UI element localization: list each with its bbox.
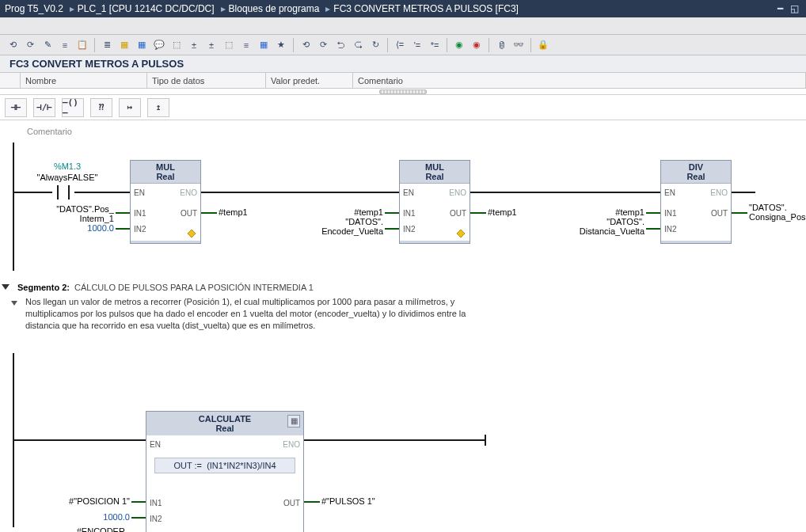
toolbar-button[interactable]: ± <box>203 37 219 53</box>
breadcrumb-item[interactable]: PLC_1 [CPU 1214C DC/DC/DC] <box>78 3 215 14</box>
toolbar-button[interactable]: ⟳ <box>315 37 331 53</box>
lad-btn-coil[interactable]: —()— <box>62 98 84 117</box>
editor-area: Comentario %M1.3 "AlwaysFALSE" MULReal E… <box>0 120 806 532</box>
window-restore-icon[interactable]: ◱ <box>787 3 801 14</box>
port-out: OUT <box>283 499 300 507</box>
power-rail <box>13 142 14 271</box>
add-pin-icon[interactable] <box>188 230 196 238</box>
segment-2-header[interactable]: Segmento 2: CÁLCULO DE PULSOS PARA LA PO… <box>0 279 806 296</box>
operand-address[interactable]: %M1.3 <box>32 162 103 171</box>
breadcrumb-item[interactable]: FC3 CONVERT METROS A PULSOS [FC3] <box>333 3 519 14</box>
segment-label: Segmento 2: <box>17 283 70 292</box>
toolbar-button[interactable]: ▦ <box>256 37 272 53</box>
toolbar-button[interactable]: ✎ <box>40 37 55 53</box>
breadcrumb-item[interactable]: Prog T5_V0.2 <box>5 3 63 14</box>
eno-terminator <box>485 435 486 446</box>
settings-icon[interactable]: ▦ <box>287 415 300 428</box>
operand[interactable]: "DATOS".Pos_ Interm_1 <box>27 204 114 223</box>
toolbar-button[interactable]: 💬 <box>151 37 167 53</box>
segment-title[interactable]: CÁLCULO DE PULSOS PARA LA POSICIÓN INTER… <box>74 283 314 292</box>
operand[interactable]: #temp1 <box>337 207 383 217</box>
box-calculate[interactable]: CALCULATE Real ▦ EN ENO OUT := (IN1*IN2*… <box>146 411 304 532</box>
toolbar-button[interactable]: ⟲ <box>298 37 314 53</box>
segment-2-comment[interactable]: Nos llegan un valor de metros a recorrer… <box>0 296 806 336</box>
toolbar-button[interactable]: ⟲ <box>5 37 21 53</box>
segment-comment-text[interactable]: Nos llegan un valor de metros a recorrer… <box>25 296 469 332</box>
svg-marker-1 <box>457 230 465 238</box>
toolbar-button[interactable]: ▦ <box>134 37 150 53</box>
operand[interactable]: 1000.0 <box>27 223 114 233</box>
operand[interactable]: #temp1 <box>599 207 644 217</box>
port-out: OUT <box>181 209 197 218</box>
toolbar-button[interactable]: ◉ <box>469 37 485 53</box>
toolbar-button[interactable]: ≣ <box>99 37 115 53</box>
operand[interactable]: #temp1 <box>488 207 517 217</box>
iface-col-tipo[interactable]: Tipo de datos <box>147 73 266 88</box>
toolbar-button[interactable]: ★ <box>273 37 289 53</box>
twisty-icon[interactable] <box>11 298 21 307</box>
toolbar-button[interactable]: ≡ <box>57 37 73 53</box>
operand[interactable]: #temp1 <box>219 207 248 217</box>
port-in1: IN1 <box>403 209 416 218</box>
port-eno: ENO <box>283 440 300 449</box>
operand[interactable]: "DATOS". Consigna_Pos1 <box>749 203 806 222</box>
network-2[interactable]: CALCULATE Real ▦ EN ENO OUT := (IN1*IN2*… <box>27 336 806 526</box>
toolbar-button[interactable]: 👓 <box>511 37 527 53</box>
port-en: EN <box>134 188 145 197</box>
port-in2: IN2 <box>403 225 416 234</box>
toolbar-button[interactable]: ⮎ <box>350 37 366 53</box>
iface-col-valor[interactable]: Valor predet. <box>266 73 353 88</box>
port-eno: ENO <box>710 188 728 197</box>
port-in1: IN1 <box>664 209 677 218</box>
toolbar-button[interactable]: 🛢 <box>493 37 509 53</box>
lad-btn-branch[interactable]: ↦ <box>119 98 141 117</box>
port-in2: IN2 <box>134 225 146 234</box>
toolbar-button[interactable]: ↻ <box>367 37 383 53</box>
toolbar-button[interactable]: ≡ <box>238 37 254 53</box>
toolbar-button[interactable]: ⬚ <box>221 37 237 53</box>
operand[interactable]: #ENCODER_ VUELTA <box>43 526 130 532</box>
box-mul-1[interactable]: MULReal EN ENO IN1 OUT IN2 <box>130 160 201 244</box>
toolbar-button[interactable]: ◉ <box>451 37 467 53</box>
operand[interactable]: #"POSICION 1" <box>43 496 130 506</box>
breadcrumb-item[interactable]: Bloques de programa <box>229 3 320 14</box>
main-toolbar: ⟲ ⟳ ✎ ≡ 📋 ≣ ▦ ▦ 💬 ⬚ ± ± ⬚ ≡ ▦ ★ ⟲ ⟳ ⮌ ⮎ … <box>0 35 806 55</box>
network-1[interactable]: %M1.3 "AlwaysFALSE" MULReal EN ENO IN1 O… <box>27 141 806 268</box>
port-en: EN <box>664 188 675 197</box>
lad-btn-contact[interactable]: ⊣⊢ <box>5 98 27 117</box>
interface-expand-col[interactable] <box>0 73 21 88</box>
lad-btn-contact-neg[interactable]: ⊣/⊢ <box>33 98 55 117</box>
toolbar-button[interactable]: ⮌ <box>333 37 348 53</box>
operand[interactable]: #"PULSOS 1" <box>321 496 375 506</box>
operand-symbol[interactable]: "AlwaysFALSE" <box>22 173 112 182</box>
operand[interactable]: "DATOS". Distancia_Vuelta <box>559 217 644 236</box>
iface-col-nombre[interactable]: Nombre <box>21 73 147 88</box>
toolbar-button[interactable]: 📋 <box>74 37 90 53</box>
add-pin-icon[interactable] <box>457 230 465 238</box>
toolbar-button[interactable]: ⟳ <box>22 37 38 53</box>
block-title: FC3 CONVERT METROS A PULSOS <box>0 55 806 73</box>
operand[interactable]: "DATOS". Encoder_Vuelta <box>306 217 383 236</box>
toolbar-button[interactable]: '= <box>409 37 425 53</box>
toolbar-button[interactable]: *= <box>427 37 443 53</box>
toolbar-button[interactable]: ⟨= <box>392 37 408 53</box>
window-min-icon[interactable]: ━ <box>773 3 787 14</box>
toolbar-button[interactable]: ▦ <box>116 37 132 53</box>
twisty-icon[interactable] <box>2 282 13 293</box>
breadcrumb-sep: ▸ <box>221 3 226 14</box>
toolbar-button[interactable]: ⬚ <box>169 37 184 53</box>
toolbar-button[interactable]: 🔒 <box>535 37 551 53</box>
iface-col-comentario[interactable]: Comentario <box>353 73 806 88</box>
toolbar-button[interactable]: ± <box>186 37 202 53</box>
interface-header: Nombre Tipo de datos Valor predet. Comen… <box>0 73 806 89</box>
no-contact[interactable] <box>52 185 74 200</box>
box-mul-2[interactable]: MULReal EN ENO IN1 OUT IN2 <box>399 160 470 244</box>
box-div[interactable]: DIVReal EN ENO IN1 OUT IN2 <box>660 160 732 244</box>
splitter[interactable] <box>0 89 806 95</box>
segment-comment[interactable]: Comentario <box>27 127 806 136</box>
calculate-expression[interactable]: OUT := (IN1*IN2*IN3)/IN4 <box>154 458 295 473</box>
port-eno: ENO <box>449 188 466 197</box>
lad-btn-box[interactable]: ⁇ <box>90 98 112 117</box>
lad-btn-branch-close[interactable]: ↥ <box>147 98 169 117</box>
operand[interactable]: 1000.0 <box>43 512 130 522</box>
